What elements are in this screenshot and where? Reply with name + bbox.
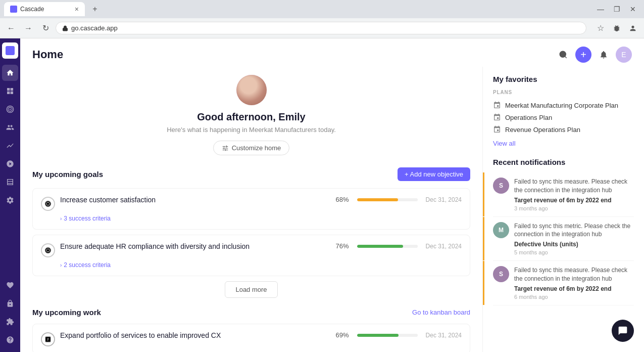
extensions-icon[interactable]: [610, 21, 624, 35]
browser-tab[interactable]: Cascade ×: [4, 2, 85, 16]
work-pct-0: 69%: [333, 331, 349, 339]
browser-chrome: Cascade × + — ❐ ✕ ← → ↻ go.cascade.app ☆: [0, 0, 644, 38]
sidebar-item-favorites[interactable]: [2, 277, 18, 293]
sidebar-item-integrations[interactable]: [2, 314, 18, 330]
notification-item-1: M Failed to sync this metric. Please che…: [493, 217, 634, 261]
view-all-link[interactable]: View all: [493, 140, 516, 147]
plan-item-0[interactable]: Meerkat Manufacturing Corporate Plan: [493, 99, 634, 111]
sidebar-item-security[interactable]: [2, 295, 18, 312]
reload-button[interactable]: ↻: [38, 21, 53, 35]
close-window-button[interactable]: ✕: [626, 2, 640, 16]
sidebar-item-table[interactable]: [2, 174, 18, 190]
grid-icon: [6, 87, 14, 95]
sidebar-item-reports[interactable]: [2, 138, 18, 154]
goals-load-more-button[interactable]: Load more: [225, 281, 277, 298]
tab-title: Cascade: [20, 6, 44, 13]
welcome-subtext: Here's what is happening in Meerkat Manu…: [32, 126, 470, 134]
user-avatar[interactable]: E: [616, 47, 632, 63]
url-text: go.cascade.app: [71, 24, 580, 32]
forward-button[interactable]: →: [21, 21, 35, 35]
maximize-button[interactable]: ❐: [610, 2, 624, 16]
welcome-section: Good afternoon, Emily Here's what is hap…: [32, 67, 470, 167]
back-button[interactable]: ←: [4, 21, 18, 35]
criteria-label-1: 2 success criteria: [64, 261, 111, 269]
plan-name-0: Meerkat Manufacturing Corporate Plan: [505, 102, 618, 109]
plan-icon-1: [493, 113, 501, 121]
criteria-label-0: 3 success criteria: [64, 215, 111, 222]
notif-avatar-inner-1: M: [493, 222, 509, 238]
plan-item-1[interactable]: Operations Plan: [493, 111, 634, 123]
goal-progress-bar-0: [357, 198, 399, 201]
goal-criteria-0[interactable]: › 3 success criteria: [60, 215, 462, 222]
add-objective-button[interactable]: + Add new objective: [398, 167, 470, 181]
notif-text-1: Failed to sync this metric. Please check…: [514, 222, 634, 239]
app-logo[interactable]: [2, 42, 18, 59]
goal-left-1: Ensure adequate HR compliance with diver…: [41, 242, 333, 257]
work-left-0: Expand portfolio of services to enable i…: [41, 331, 333, 346]
criteria-arrow-0: ›: [60, 216, 62, 222]
welcome-title: Good afternoon, Emily: [32, 111, 470, 123]
notif-text-0: Failed to sync this measure. Please chec…: [514, 178, 634, 195]
profile-icon[interactable]: [626, 21, 640, 35]
search-icon: [559, 50, 568, 59]
svg-point-4: [560, 51, 566, 57]
plan-name-2: Revenue Operations Plan: [505, 126, 580, 134]
sidebar-item-home[interactable]: [2, 65, 18, 81]
goal-top: Increase customer satisfaction 68% Dec 3…: [41, 196, 462, 211]
sidebar-item-dashboard[interactable]: [2, 83, 18, 99]
browser-action-icons: ☆: [593, 21, 640, 35]
favorites-section: My favorites PLANS Meerkat Manufacturing…: [493, 67, 634, 148]
plan-item-2[interactable]: Revenue Operations Plan: [493, 123, 634, 136]
notif-target-1: Defective Units (units): [514, 241, 634, 248]
add-tab-button[interactable]: +: [89, 3, 101, 15]
notif-body-2: Failed to sync this measure. Please chec…: [514, 266, 634, 300]
address-bar[interactable]: go.cascade.app: [56, 22, 586, 34]
goal-item-0: Increase customer satisfaction 68% Dec 3…: [32, 188, 470, 230]
minimize-button[interactable]: —: [593, 2, 608, 16]
page-title: Home: [32, 48, 63, 61]
goal-date-1: Dec 31, 2024: [426, 243, 462, 250]
browser-titlebar: Cascade × + — ❐ ✕: [0, 0, 644, 18]
goal-item-1: Ensure adequate HR compliance with diver…: [32, 235, 470, 276]
notifications-button[interactable]: [596, 47, 612, 63]
target-icon: [6, 105, 14, 113]
sidebar-item-goals[interactable]: [2, 101, 18, 117]
add-button[interactable]: +: [575, 47, 591, 63]
main-content: Home + E Good aft: [20, 38, 644, 352]
work-top-0: Expand portfolio of services to enable i…: [41, 331, 462, 346]
notification-item-0: S Failed to sync this measure. Please ch…: [493, 172, 634, 217]
customize-label: Customize home: [232, 144, 281, 152]
goal-top-1: Ensure adequate HR compliance with diver…: [41, 242, 462, 257]
svg-point-7: [46, 202, 49, 205]
work-section: My upcoming work Go to kanban board Expa…: [32, 308, 470, 352]
plan-icon-0: [493, 101, 501, 109]
customize-home-button[interactable]: Customize home: [213, 141, 290, 155]
sidebar-item-people[interactable]: [2, 119, 18, 136]
work-circle-icon-0: [44, 336, 52, 343]
work-bar-wrap-0: [357, 334, 418, 337]
bell-icon: [599, 50, 608, 59]
sidebar-item-help[interactable]: [2, 332, 18, 348]
tab-close-button[interactable]: ×: [75, 5, 79, 13]
bookmark-icon[interactable]: ☆: [593, 21, 608, 35]
plans-label: PLANS: [493, 90, 634, 95]
notif-target-0: Target revenue of 6m by 2022 end: [514, 197, 634, 204]
search-button[interactable]: [555, 47, 571, 63]
notif-body-0: Failed to sync this measure. Please chec…: [514, 178, 634, 211]
lock-sidebar-icon: [6, 299, 14, 307]
work-bar-0: [357, 334, 399, 337]
go-kanban-link[interactable]: Go to kanban board: [412, 309, 470, 316]
sidebar-item-activity[interactable]: [2, 156, 18, 172]
goal-icon-0: [41, 197, 55, 211]
sidebar-item-settings[interactable]: [2, 192, 18, 208]
work-name-0: Expand portfolio of services to enable i…: [60, 331, 333, 339]
plan-icon-2: [493, 125, 501, 134]
goals-section: My upcoming goals + Add new objective In…: [32, 167, 470, 298]
chat-bubble[interactable]: [612, 320, 634, 342]
criteria-arrow-1: ›: [60, 262, 62, 268]
goal-criteria-1[interactable]: › 2 success criteria: [60, 261, 462, 269]
goal-icon-1: [41, 243, 55, 257]
notif-target-2: Target revenue of 6m by 2022 end: [514, 285, 634, 292]
work-section-header: My upcoming work Go to kanban board: [32, 308, 470, 317]
settings-icon: [6, 196, 14, 204]
